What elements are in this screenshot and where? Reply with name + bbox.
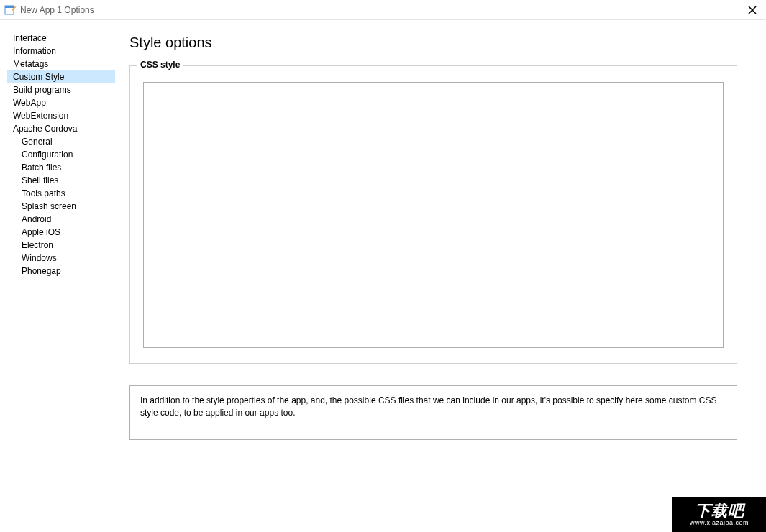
sidebar-item-webapp[interactable]: WebApp — [7, 96, 115, 109]
sidebar-item-general[interactable]: General — [7, 135, 115, 148]
app-icon — [4, 4, 16, 16]
sidebar-item-tools-paths[interactable]: Tools paths — [7, 187, 115, 200]
sidebar-item-electron[interactable]: Electron — [7, 239, 115, 252]
sidebar-item-configuration[interactable]: Configuration — [7, 148, 115, 161]
sidebar-item-webextension[interactable]: WebExtension — [7, 109, 115, 122]
content-area: InterfaceInformationMetatagsCustom Style… — [0, 20, 766, 532]
sidebar-item-interface[interactable]: Interface — [7, 32, 115, 45]
sidebar-item-android[interactable]: Android — [7, 213, 115, 226]
sidebar-item-custom-style[interactable]: Custom Style — [7, 70, 115, 83]
sidebar-item-build-programs[interactable]: Build programs — [7, 83, 115, 96]
help-text-box: In addition to the style properties of t… — [129, 385, 737, 440]
sidebar-item-information[interactable]: Information — [7, 45, 115, 58]
close-button[interactable] — [742, 0, 763, 20]
sidebar-item-apache-cordova[interactable]: Apache Cordova — [7, 122, 115, 135]
sidebar-item-phonegap[interactable]: Phonegap — [7, 265, 115, 278]
sidebar-item-windows[interactable]: Windows — [7, 252, 115, 265]
page-title: Style options — [129, 35, 744, 51]
css-style-textarea[interactable] — [143, 82, 724, 348]
titlebar: New App 1 Options — [0, 0, 766, 20]
sidebar-item-apple-ios[interactable]: Apple iOS — [7, 226, 115, 239]
sidebar: InterfaceInformationMetatagsCustom Style… — [7, 27, 115, 525]
help-text: In addition to the style properties of t… — [140, 395, 716, 418]
css-style-fieldset: CSS style — [129, 65, 737, 364]
fieldset-legend: CSS style — [137, 60, 183, 70]
main-panel: Style options CSS style In addition to t… — [115, 27, 759, 525]
window-title: New App 1 Options — [20, 5, 94, 15]
sidebar-item-metatags[interactable]: Metatags — [7, 58, 115, 70]
sidebar-item-splash-screen[interactable]: Splash screen — [7, 200, 115, 213]
svg-rect-1 — [5, 6, 14, 8]
sidebar-item-shell-files[interactable]: Shell files — [7, 174, 115, 187]
sidebar-item-batch-files[interactable]: Batch files — [7, 161, 115, 174]
